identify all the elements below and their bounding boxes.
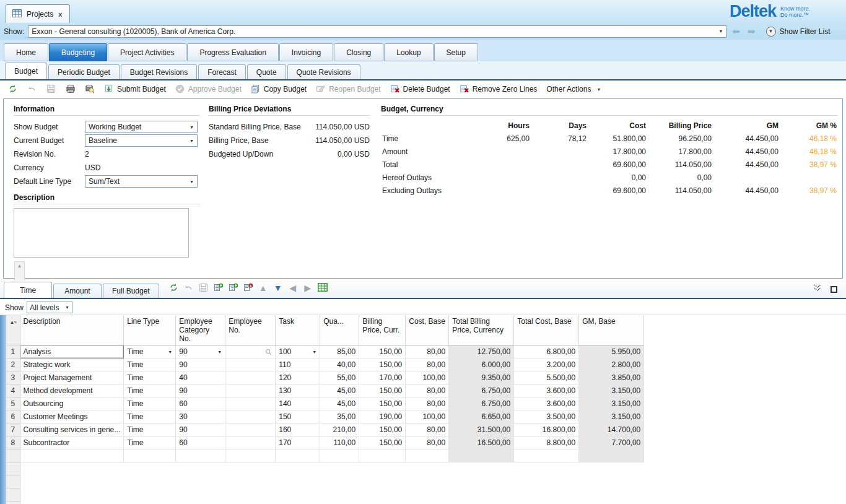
grid-cell[interactable]: 16.500,00: [449, 437, 514, 450]
grid-cell[interactable]: 6.750,00: [449, 398, 514, 411]
insert-sub-line-icon[interactable]: [229, 283, 238, 293]
column-header[interactable]: Employee No.: [225, 315, 276, 345]
grid-cell[interactable]: 5.950,00: [579, 345, 644, 358]
tab-invoicing[interactable]: Invoicing: [279, 43, 333, 61]
collapse-pane-icon[interactable]: [813, 284, 823, 294]
grid-cell[interactable]: 8.800,00: [514, 437, 579, 450]
grid-cell[interactable]: 60: [176, 398, 225, 411]
description-textarea[interactable]: [14, 208, 189, 258]
grid-cell[interactable]: 31.500,00: [449, 424, 514, 437]
grid-cell[interactable]: 150,00: [359, 424, 406, 437]
maximize-pane-icon[interactable]: [831, 286, 837, 293]
print-preview-button[interactable]: [82, 83, 98, 95]
grid-cell[interactable]: 100,00: [406, 411, 449, 424]
column-header[interactable]: Qua...: [320, 315, 359, 345]
grid-cell[interactable]: Time: [124, 358, 176, 371]
save-button[interactable]: [43, 83, 59, 95]
table-row[interactable]: 2Strategic workTime9011040,00150,0080,00…: [6, 358, 644, 371]
column-header[interactable]: Description: [20, 315, 124, 345]
show-budget-select[interactable]: Working Budget▼: [85, 121, 198, 133]
grid-cell[interactable]: 90: [176, 424, 225, 437]
grid-cell[interactable]: Time▼: [124, 345, 176, 358]
grid-cell[interactable]: 3.500,00: [514, 411, 579, 424]
grid-cell[interactable]: 7.700,00: [579, 437, 644, 450]
expand-filter-icon[interactable]: ▼: [766, 27, 776, 37]
grid-cell[interactable]: Time: [124, 437, 176, 450]
grid-cell[interactable]: 210,00: [320, 424, 359, 437]
row-number[interactable]: 8: [6, 437, 20, 450]
grid-cell[interactable]: 14.700,00: [579, 424, 644, 437]
grid-cell[interactable]: Consulting services in gene...: [20, 424, 124, 437]
grid-cell[interactable]: 12.750,00: [449, 345, 514, 358]
forward-icon[interactable]: ➡: [746, 27, 757, 36]
tab-budgeting[interactable]: Budgeting: [49, 43, 107, 61]
grid-cell[interactable]: 80,00: [406, 358, 449, 371]
column-header[interactable]: Cost, Base: [406, 315, 449, 345]
grid-cell[interactable]: [225, 385, 276, 398]
grid-cell[interactable]: 6.650,00: [449, 411, 514, 424]
grid-tab-full-budget[interactable]: Full Budget: [103, 284, 159, 298]
grid-cell[interactable]: [225, 398, 276, 411]
column-header[interactable]: Total Cost, Base: [514, 315, 579, 345]
grid-cell[interactable]: 150,00: [359, 358, 406, 371]
grid-cell[interactable]: 85,00: [320, 345, 359, 358]
table-row[interactable]: 3Project ManagementTime4012055,00170,001…: [6, 371, 644, 385]
remove-zero-lines-button[interactable]: Remove Zero Lines: [456, 83, 541, 95]
tab-closing[interactable]: Closing: [334, 43, 383, 61]
grid-cell[interactable]: Time: [124, 411, 176, 424]
outdent-icon[interactable]: ◀: [288, 283, 298, 293]
undo-icon[interactable]: [184, 283, 194, 293]
row-number[interactable]: 7: [6, 424, 20, 437]
grid-cell[interactable]: Project Management: [20, 371, 124, 385]
scroll-up-icon[interactable]: ▲: [17, 263, 22, 269]
tab-setup[interactable]: Setup: [434, 43, 478, 61]
table-view-icon[interactable]: [318, 283, 328, 293]
table-row[interactable]: 1AnalysisTime▼90▼100▼85,00150,0080,0012.…: [6, 345, 644, 358]
indent-icon[interactable]: ▶: [303, 283, 313, 293]
grid-cell[interactable]: 6.000,00: [449, 358, 514, 371]
table-row[interactable]: 4Method developmentTime9013045,00150,008…: [6, 385, 644, 398]
submit-budget-button[interactable]: Submit Budget: [101, 83, 169, 95]
move-down-icon[interactable]: ▼: [273, 283, 283, 293]
column-header[interactable]: Employee Category No.: [176, 315, 225, 345]
subtab-quote-revisions[interactable]: Quote Revisions: [287, 64, 360, 79]
table-row[interactable]: 7Consulting services in gene...Time90160…: [6, 424, 644, 437]
table-row[interactable]: 5OutsourcingTime6014045,00150,0080,006.7…: [6, 398, 644, 411]
grid-cell[interactable]: 190,00: [359, 411, 406, 424]
grid-cell[interactable]: [225, 345, 276, 358]
grid-cell[interactable]: [225, 437, 276, 450]
grid-cell[interactable]: [225, 424, 276, 437]
grid-cell[interactable]: 3.850,00: [579, 371, 644, 385]
grid-cell[interactable]: 30: [176, 411, 225, 424]
print-button[interactable]: [63, 83, 79, 95]
grid-cell[interactable]: 3.200,00: [514, 358, 579, 371]
grid-cell[interactable]: Time: [124, 398, 176, 411]
grid-cell[interactable]: Customer Meetings: [20, 411, 124, 424]
row-number[interactable]: 4: [6, 385, 20, 398]
show-filter-list-link[interactable]: Show Filter List: [780, 27, 831, 36]
grid-cell[interactable]: 3.150,00: [579, 398, 644, 411]
tab-lookup[interactable]: Lookup: [384, 43, 433, 61]
table-row[interactable]: 8SubcontractorTime60170110,00150,0080,00…: [6, 437, 644, 450]
grid-cell[interactable]: 9.350,00: [449, 371, 514, 385]
grid-cell[interactable]: 80,00: [406, 424, 449, 437]
row-number[interactable]: 5: [6, 398, 20, 411]
current-budget-select[interactable]: Baseline▼: [85, 134, 198, 147]
sort-indicator[interactable]: ▲»: [6, 315, 20, 345]
grid-cell[interactable]: [225, 358, 276, 371]
grid-cell[interactable]: 80,00: [406, 385, 449, 398]
undo-button[interactable]: [24, 83, 40, 95]
delete-line-icon[interactable]: [243, 283, 253, 293]
project-selector[interactable]: Exxon - General consulting (1020005), Ba…: [28, 25, 726, 38]
grid-cell[interactable]: 150,00: [359, 345, 406, 358]
tab-home[interactable]: Home: [4, 43, 48, 61]
grid-cell[interactable]: 90: [176, 358, 225, 371]
subtab-budget[interactable]: Budget: [5, 63, 47, 79]
grid-cell[interactable]: 140: [276, 398, 320, 411]
grid-cell[interactable]: 130: [276, 385, 320, 398]
column-header[interactable]: Billing Price, Curr.: [359, 315, 406, 345]
close-icon[interactable]: x: [58, 11, 63, 18]
column-header[interactable]: GM, Base: [579, 315, 644, 345]
subtab-forecast[interactable]: Forecast: [198, 64, 246, 79]
save-icon[interactable]: [199, 283, 209, 293]
